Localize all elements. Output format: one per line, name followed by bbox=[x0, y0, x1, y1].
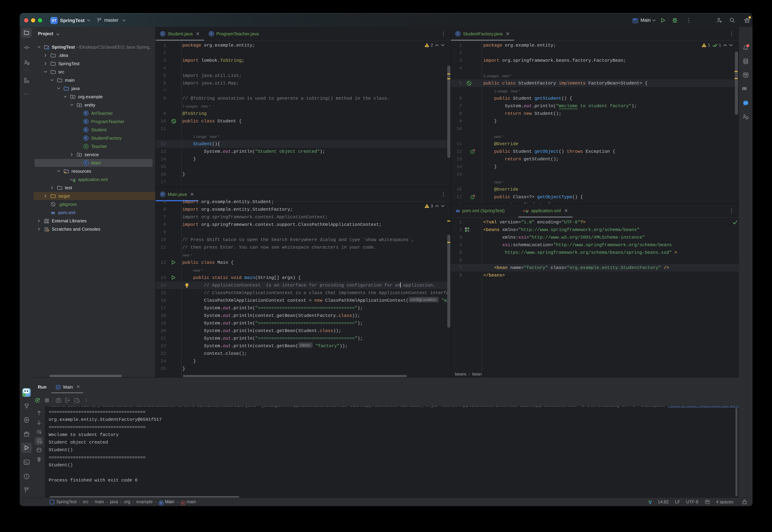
svg-text:I: I bbox=[472, 150, 473, 153]
svg-text:?: ? bbox=[27, 62, 29, 65]
svg-text:I: I bbox=[472, 196, 473, 199]
